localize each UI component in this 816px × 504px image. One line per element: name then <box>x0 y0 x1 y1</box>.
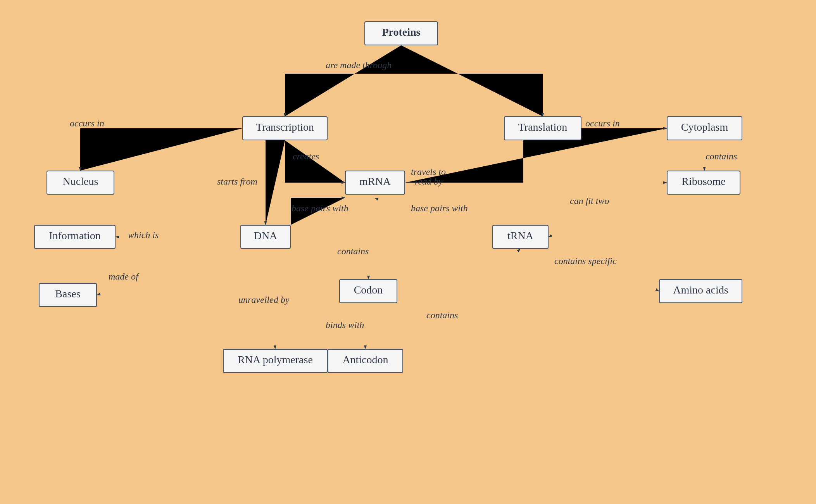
label-occurs-in-transcription: occurs in <box>70 118 104 129</box>
node-amino-acids: Amino acids <box>659 279 742 303</box>
label-starts-from: starts from <box>217 176 257 187</box>
label-made-of: made of <box>109 271 138 282</box>
node-ribosome: Ribosome <box>667 171 740 195</box>
label-which-is: which is <box>128 230 159 240</box>
node-dna: DNA <box>240 225 291 249</box>
label-contains-codon: contains <box>337 246 369 257</box>
label-contains-ribosome: contains <box>706 151 737 162</box>
label-creates: creates <box>293 151 319 162</box>
label-unravelled-by: unravelled by <box>238 295 289 305</box>
label-base-pairs-dna: base pairs with <box>292 203 348 214</box>
label-can-fit-two: can fit two <box>570 196 609 206</box>
label-read-by: read by <box>415 176 443 187</box>
node-mrna: mRNA <box>345 171 405 195</box>
node-bases: Bases <box>39 283 97 307</box>
label-are-made-through: are made through <box>326 60 392 71</box>
label-contains-specific: contains specific <box>554 256 617 266</box>
label-travels-to: travels to <box>411 167 446 177</box>
label-occurs-in-translation: occurs in <box>585 118 620 129</box>
label-base-pairs-trna: base pairs with <box>411 203 468 214</box>
node-information: Information <box>34 225 116 249</box>
node-translation: Translation <box>504 116 581 140</box>
node-nucleus: Nucleus <box>47 171 114 195</box>
label-contains-anticodon: contains <box>426 310 458 321</box>
node-anticodon: Anticodon <box>328 349 403 373</box>
node-codon: Codon <box>339 279 397 303</box>
node-trna: tRNA <box>492 225 549 249</box>
label-binds-with: binds with <box>326 320 364 330</box>
node-cytoplasm: Cytoplasm <box>667 116 742 140</box>
node-rna-polymerase: RNA polymerase <box>223 349 328 373</box>
node-transcription: Transcription <box>242 116 328 140</box>
node-proteins: Proteins <box>364 21 438 45</box>
